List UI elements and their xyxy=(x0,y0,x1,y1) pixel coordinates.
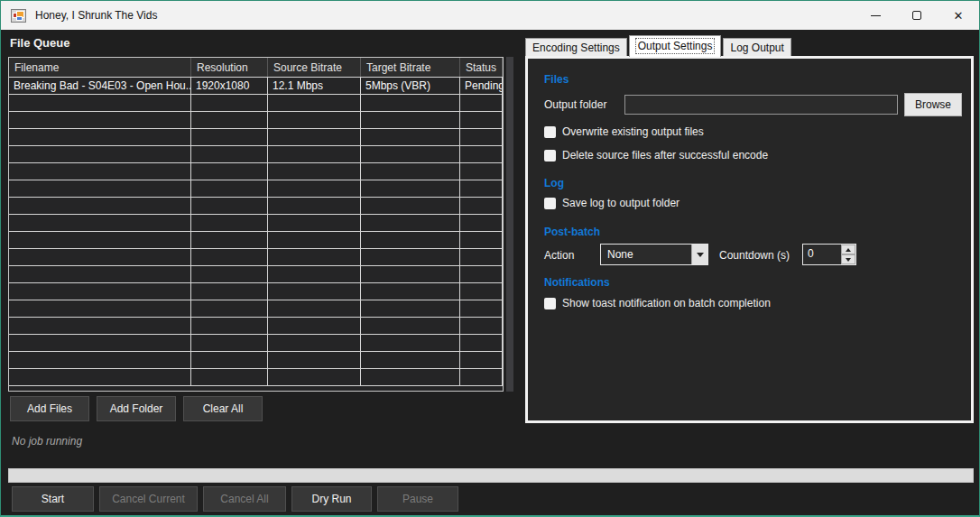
settings-tabstrip: Encoding SettingsOutput SettingsLog Outp… xyxy=(525,35,793,57)
notifications-section-heading: Notifications xyxy=(544,276,610,289)
grid-vertical-scrollbar[interactable] xyxy=(506,57,513,392)
table-cell xyxy=(191,266,268,282)
maximize-icon xyxy=(912,11,921,20)
table-row[interactable] xyxy=(9,283,503,300)
table-cell xyxy=(460,266,503,282)
save-log-checkbox[interactable] xyxy=(544,198,556,209)
table-cell xyxy=(268,335,361,351)
cancel-current-button[interactable]: Cancel Current xyxy=(99,486,198,512)
action-label: Action xyxy=(544,249,574,262)
start-button[interactable]: Start xyxy=(12,486,94,512)
table-cell xyxy=(191,232,268,248)
table-cell xyxy=(191,215,268,231)
table-row[interactable] xyxy=(9,198,503,215)
table-cell xyxy=(191,95,268,111)
table-cell: 12.1 Mbps xyxy=(268,78,361,94)
close-button[interactable]: ✕ xyxy=(938,1,979,30)
browse-button[interactable]: Browse xyxy=(904,93,962,116)
output-settings-tabpage: Files Output folder Browse Overwrite exi… xyxy=(525,56,974,423)
pause-button[interactable]: Pause xyxy=(377,486,458,512)
cancel-all-button[interactable]: Cancel All xyxy=(203,486,286,512)
table-cell xyxy=(191,300,268,317)
column-header[interactable]: Filename xyxy=(9,58,191,77)
maximize-button[interactable] xyxy=(896,1,938,30)
titlebar: Honey, I Shrunk The Vids ✕ xyxy=(1,1,979,30)
delete-source-checkbox[interactable] xyxy=(544,150,556,162)
tab-encoding-settings[interactable]: Encoding Settings xyxy=(525,38,627,57)
table-row[interactable] xyxy=(9,266,503,283)
toast-checkbox-row[interactable]: Show toast notification on batch complet… xyxy=(544,297,771,309)
table-row[interactable] xyxy=(9,232,503,249)
output-folder-input[interactable] xyxy=(624,95,898,115)
table-cell xyxy=(268,369,361,385)
combobox-dropdown-button[interactable] xyxy=(691,245,707,264)
table-cell xyxy=(191,352,268,368)
spin-down-button[interactable] xyxy=(841,254,855,264)
table-cell xyxy=(9,163,191,180)
spin-up-icon xyxy=(846,248,851,252)
table-row[interactable] xyxy=(9,215,503,232)
delete-source-checkbox-row[interactable]: Delete source files after successful enc… xyxy=(544,149,768,162)
clear-all-button[interactable]: Clear All xyxy=(183,396,263,421)
dry-run-button[interactable]: Dry Run xyxy=(291,486,372,512)
table-cell xyxy=(268,266,361,282)
spin-up-button[interactable] xyxy=(841,245,855,254)
table-row[interactable] xyxy=(9,300,503,318)
file-queue-grid[interactable]: FilenameResolutionSource BitrateTarget B… xyxy=(8,57,504,392)
output-folder-label: Output folder xyxy=(544,98,606,111)
add-files-button[interactable]: Add Files xyxy=(10,396,89,421)
table-row[interactable] xyxy=(9,369,503,386)
table-row[interactable]: Breaking Bad - S04E03 - Open Hou...1920x… xyxy=(9,78,503,95)
table-cell: 1920x1080 xyxy=(191,78,268,94)
minimize-button[interactable] xyxy=(855,1,896,30)
table-cell xyxy=(191,112,268,128)
add-folder-button[interactable]: Add Folder xyxy=(97,396,176,421)
delete-source-checkbox-label: Delete source files after successful enc… xyxy=(562,149,768,162)
table-row[interactable] xyxy=(9,335,503,352)
save-log-checkbox-row[interactable]: Save log to output folder xyxy=(544,197,680,209)
app-icon xyxy=(11,9,26,23)
overwrite-checkbox[interactable] xyxy=(544,126,556,138)
post-batch-action-combobox[interactable]: None xyxy=(600,244,708,265)
table-cell: Pending xyxy=(460,78,503,94)
overwrite-checkbox-row[interactable]: Overwrite existing output files xyxy=(544,125,704,138)
countdown-numeric-updown[interactable]: 0 xyxy=(802,244,856,265)
table-cell: Breaking Bad - S04E03 - Open Hou... xyxy=(9,78,191,94)
table-row[interactable] xyxy=(9,163,503,180)
column-header[interactable]: Target Bitrate xyxy=(361,58,460,77)
file-queue-heading: File Queue xyxy=(10,36,69,50)
table-row[interactable] xyxy=(9,352,503,369)
overwrite-checkbox-label: Overwrite existing output files xyxy=(562,125,704,138)
post-batch-action-value: None xyxy=(601,248,691,261)
table-cell xyxy=(361,369,460,385)
column-header[interactable]: Source Bitrate xyxy=(268,58,361,77)
table-cell xyxy=(361,198,460,214)
table-row[interactable] xyxy=(9,95,503,112)
table-cell xyxy=(9,369,191,385)
table-cell xyxy=(460,335,503,351)
table-cell xyxy=(9,352,191,368)
table-cell xyxy=(9,112,191,128)
table-row[interactable] xyxy=(9,129,503,146)
column-header[interactable]: Resolution xyxy=(191,58,268,77)
spin-down-icon xyxy=(846,258,851,262)
column-header[interactable]: Status xyxy=(460,58,503,77)
table-cell xyxy=(191,129,268,145)
table-row[interactable] xyxy=(9,146,503,163)
job-status-text: No job running xyxy=(12,435,82,448)
table-cell xyxy=(268,95,361,111)
table-row[interactable] xyxy=(9,112,503,129)
tab-output-settings[interactable]: Output Settings xyxy=(629,35,722,57)
table-cell xyxy=(361,300,460,317)
table-cell xyxy=(361,266,460,282)
table-row[interactable] xyxy=(9,249,503,266)
toast-checkbox[interactable] xyxy=(544,298,556,309)
tab-log-output[interactable]: Log Output xyxy=(723,38,790,57)
table-cell xyxy=(460,369,503,385)
table-cell xyxy=(191,198,268,214)
table-cell xyxy=(9,232,191,248)
table-cell xyxy=(460,232,503,248)
countdown-spinner xyxy=(841,245,855,264)
table-row[interactable] xyxy=(9,180,503,198)
table-row[interactable] xyxy=(9,318,503,335)
